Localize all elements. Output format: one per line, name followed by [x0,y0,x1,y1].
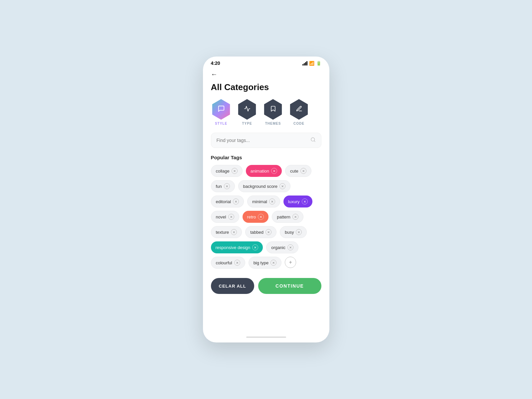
themes-icon [270,105,276,114]
category-hex-code [289,99,309,120]
tag-label-editorial: editorial [216,199,231,204]
tag-close-editorial[interactable]: ✕ [233,199,239,204]
tag-close-minimal[interactable]: ✕ [269,199,275,204]
category-type[interactable]: TYPE [237,99,258,125]
svg-line-1 [314,141,315,142]
clear-all-button[interactable]: CELAR ALL [211,278,254,294]
category-label-type: TYPE [242,122,252,125]
tag-label-big-type: big type [254,260,269,265]
wifi-icon: 📶 [309,61,314,66]
back-button[interactable]: ← [211,70,218,78]
tag-close-big-type[interactable]: ✕ [270,260,276,266]
tag-editorial[interactable]: editorial ✕ [211,196,244,207]
style-icon [218,105,225,114]
tag-close-retro[interactable]: ✕ [258,214,264,220]
bottom-actions: CELAR ALL CONTINUE [211,278,321,294]
category-style[interactable]: STYLE [211,99,232,125]
tag-label-collage: collage [216,169,230,174]
tags-container: collage ✕ animation ✕ cute ✕ fun ✕ backg… [211,165,321,269]
tag-close-fun[interactable]: ✕ [224,183,230,189]
tag-label-busy: busy [285,230,294,235]
continue-button[interactable]: CONTINUE [258,278,321,294]
category-label-style: STYLE [215,122,227,125]
tag-luxury[interactable]: luxury ✕ [283,196,312,207]
tag-close-luxury[interactable]: ✕ [302,199,308,204]
tag-fun[interactable]: fun ✕ [211,180,235,192]
tag-label-cute: cute [290,169,298,174]
tag-close-pattern[interactable]: ✕ [292,214,298,220]
tag-collage[interactable]: collage ✕ [211,165,243,177]
tag-label-novel: novel [216,214,226,219]
time: 4:20 [211,61,220,66]
category-themes[interactable]: THEMES [263,99,283,125]
tag-label-tabbed: tabbed [250,230,264,235]
tag-label-luxury: luxury [288,199,300,204]
tag-close-texture[interactable]: ✕ [231,229,237,235]
tag-label-organic: organic [271,245,285,250]
tag-label-minimal: minimal [252,199,267,204]
tag-add-button[interactable]: + [285,257,296,268]
tag-label-pattern: pattern [277,214,290,219]
tag-retro[interactable]: retro ✕ [243,211,269,223]
tag-background-score[interactable]: background score ✕ [238,180,290,192]
tag-label-responsive-design: responsive design [216,245,251,250]
tag-colourful[interactable]: colourful ✕ [211,257,245,269]
tag-organic[interactable]: organic ✕ [266,241,298,253]
tag-close-animation[interactable]: ✕ [271,168,277,174]
tag-pattern[interactable]: pattern ✕ [272,211,303,223]
category-hex-style [211,99,232,120]
tag-close-organic[interactable]: ✕ [287,244,293,250]
popular-tags-title: Popular Tags [211,155,321,160]
main-content: ← All Categories STYLE [203,68,329,333]
tag-big-type[interactable]: big type ✕ [249,257,282,269]
tag-label-background-score: background score [243,184,277,189]
category-hex-themes [263,99,283,120]
tag-animation[interactable]: animation ✕ [246,165,282,177]
tag-novel[interactable]: novel ✕ [211,211,239,223]
battery-icon: 🔋 [316,61,321,66]
tag-label-fun: fun [216,184,222,189]
signal-icon [302,61,307,66]
code-icon [296,105,302,114]
home-indicator [246,336,286,338]
tag-close-novel[interactable]: ✕ [228,214,234,220]
tag-responsive-design[interactable]: responsive design ✕ [211,241,263,253]
tag-cute[interactable]: cute ✕ [285,165,311,177]
category-label-themes: THEMES [265,122,281,125]
tag-texture[interactable]: texture ✕ [211,226,242,238]
tag-close-background-score[interactable]: ✕ [279,183,285,189]
tag-close-colourful[interactable]: ✕ [234,260,240,266]
status-icons: 📶 🔋 [302,61,321,66]
search-icon [310,137,316,144]
category-code[interactable]: CODE [289,99,309,125]
tag-label-colourful: colourful [216,260,232,265]
tag-busy[interactable]: busy ✕ [280,226,307,238]
tag-close-busy[interactable]: ✕ [296,229,302,235]
type-icon [244,105,251,114]
search-input[interactable] [217,138,310,143]
tag-label-animation: animation [251,169,269,174]
tag-close-collage[interactable]: ✕ [232,168,238,174]
tag-label-texture: texture [216,230,229,235]
status-bar: 4:20 📶 🔋 [203,57,329,68]
categories-row: STYLE TYPE [211,99,321,125]
tag-close-cute[interactable]: ✕ [300,168,306,174]
phone-frame: 4:20 📶 🔋 ← All Categories [203,57,329,342]
category-label-code: CODE [293,122,304,125]
category-hex-type [237,99,258,120]
search-bar[interactable] [211,133,321,148]
tag-tabbed[interactable]: tabbed ✕ [245,226,276,238]
page-title: All Categories [211,82,321,92]
tag-close-tabbed[interactable]: ✕ [266,229,271,235]
tag-label-retro: retro [247,214,256,219]
tag-minimal[interactable]: minimal ✕ [247,196,280,207]
tag-close-responsive-design[interactable]: ✕ [252,244,258,250]
